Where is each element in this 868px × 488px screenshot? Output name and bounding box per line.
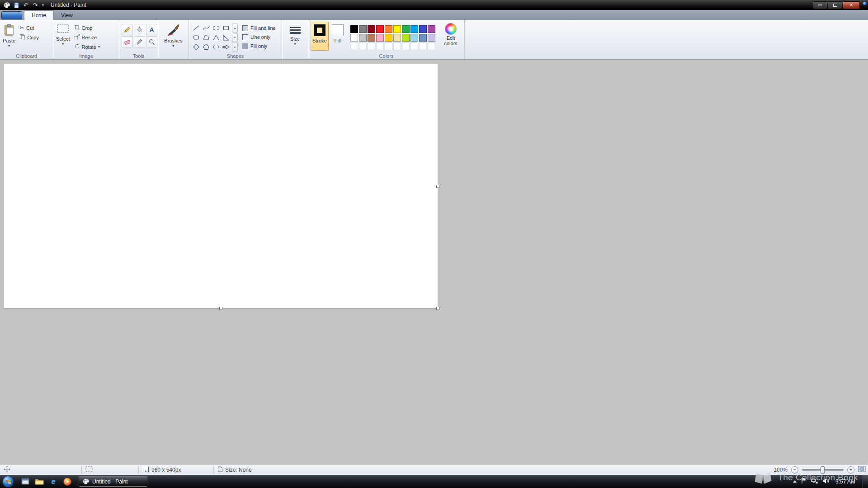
tab-home[interactable]: Home xyxy=(24,10,54,20)
fill-color-button[interactable]: Fill xyxy=(329,22,347,51)
volume-icon[interactable] xyxy=(822,478,829,485)
qat-dropdown-icon[interactable]: ▾ xyxy=(41,1,45,9)
palette-color[interactable] xyxy=(428,34,435,42)
resize-button[interactable]: Resize xyxy=(72,33,102,42)
canvas-resize-handle-corner[interactable] xyxy=(436,307,439,310)
fill-and-line-button[interactable]: Fill and line xyxy=(242,24,276,32)
shape-curve[interactable] xyxy=(201,23,211,33)
shape-right-triangle[interactable] xyxy=(221,33,231,42)
shape-polygon[interactable] xyxy=(201,33,211,42)
palette-color[interactable] xyxy=(350,25,358,33)
zoom-slider[interactable] xyxy=(802,469,844,471)
fill-only-button[interactable]: Fill only xyxy=(242,42,276,50)
palette-color[interactable] xyxy=(410,25,418,33)
save-icon[interactable] xyxy=(12,1,20,9)
show-desktop-button[interactable] xyxy=(863,475,868,488)
maximize-button[interactable] xyxy=(828,1,842,9)
palette-color[interactable] xyxy=(402,25,410,33)
shapes-more-icon[interactable]: ▾ xyxy=(232,42,238,52)
palette-color[interactable] xyxy=(350,34,358,42)
size-button[interactable]: Size ▾ xyxy=(289,22,302,52)
brushes-button[interactable]: Brushes ▾ xyxy=(164,22,183,52)
stroke-color-button[interactable]: Stroke xyxy=(311,22,329,51)
palette-color[interactable] xyxy=(393,34,401,42)
shape-triangle[interactable] xyxy=(211,33,221,42)
quicklaunch-media-player-icon[interactable] xyxy=(62,477,72,487)
application-menu-button[interactable] xyxy=(1,11,22,19)
shapes-scroll-up-icon[interactable]: ▴ xyxy=(232,23,238,33)
zoom-out-button[interactable]: − xyxy=(791,466,798,474)
palette-color[interactable] xyxy=(376,34,384,42)
zoom-in-button[interactable]: + xyxy=(847,466,854,474)
cut-button[interactable]: ✂ Cut xyxy=(18,23,41,32)
tab-view[interactable]: View xyxy=(54,11,80,20)
palette-empty-slot[interactable] xyxy=(428,42,435,50)
shape-pentagon[interactable] xyxy=(201,42,211,52)
palette-color[interactable] xyxy=(410,34,418,42)
palette-color[interactable] xyxy=(376,25,384,33)
shape-rounded-rectangle[interactable] xyxy=(191,33,201,42)
quicklaunch-folder-icon[interactable] xyxy=(34,477,44,487)
fill-tool-button[interactable] xyxy=(134,24,145,35)
palette-empty-slot[interactable] xyxy=(410,42,418,50)
color-picker-tool-button[interactable] xyxy=(134,36,145,47)
palette-color[interactable] xyxy=(428,25,435,33)
start-button[interactable] xyxy=(2,476,14,488)
palette-color[interactable] xyxy=(385,25,392,33)
taskbar-clock[interactable]: 9:57 AM xyxy=(835,479,855,485)
shape-hexagon[interactable] xyxy=(211,42,221,52)
palette-color[interactable] xyxy=(419,34,427,42)
shape-rectangle[interactable] xyxy=(221,23,231,33)
select-button[interactable]: Select ▾ xyxy=(56,22,71,52)
palette-empty-slot[interactable] xyxy=(368,42,375,50)
crop-button[interactable]: Crop xyxy=(72,23,102,32)
minimize-button[interactable] xyxy=(813,1,827,9)
palette-empty-slot[interactable] xyxy=(419,42,427,50)
edit-colors-button[interactable]: Edit colors xyxy=(439,22,462,52)
taskbar-task-button-paint[interactable]: Untitled - Paint xyxy=(79,476,147,487)
shape-right-arrow[interactable] xyxy=(221,42,231,52)
network-icon[interactable] xyxy=(811,478,818,485)
shape-line[interactable] xyxy=(191,23,201,33)
palette-empty-slot[interactable] xyxy=(359,42,367,50)
palette-color[interactable] xyxy=(385,34,392,42)
magnifier-tool-button[interactable] xyxy=(146,36,157,47)
shape-diamond[interactable] xyxy=(191,42,201,52)
rotate-button[interactable]: Rotate ▾ xyxy=(72,42,102,51)
palette-color[interactable] xyxy=(359,34,367,42)
palette-color[interactable] xyxy=(359,25,367,33)
shape-oval[interactable] xyxy=(211,23,221,33)
help-icon[interactable] xyxy=(863,1,867,5)
text-tool-button[interactable]: A xyxy=(146,24,157,35)
canvas-resize-handle-bottom[interactable] xyxy=(219,307,222,310)
palette-empty-slot[interactable] xyxy=(393,42,401,50)
tray-expand-icon[interactable] xyxy=(793,480,797,483)
canvas[interactable] xyxy=(4,64,438,308)
quicklaunch-internet-explorer-icon[interactable]: e xyxy=(48,477,58,487)
palette-empty-slot[interactable] xyxy=(350,42,358,50)
shapes-scroll-down-icon[interactable]: ▾ xyxy=(232,33,238,42)
eraser-tool-button[interactable] xyxy=(122,36,133,47)
palette-color[interactable] xyxy=(393,25,401,33)
paste-button[interactable]: Paste ▾ xyxy=(2,22,16,52)
pencil-tool-button[interactable] xyxy=(122,24,133,35)
zoom-slider-thumb[interactable] xyxy=(821,466,825,474)
fit-to-window-icon[interactable] xyxy=(858,466,866,474)
action-center-icon[interactable] xyxy=(801,478,807,485)
redo-icon[interactable]: ↷ xyxy=(31,1,39,9)
palette-color[interactable] xyxy=(368,34,375,42)
palette-empty-slot[interactable] xyxy=(385,42,392,50)
line-only-button[interactable]: Line only xyxy=(242,33,276,41)
palette-color[interactable] xyxy=(368,25,375,33)
palette-empty-slot[interactable] xyxy=(376,42,384,50)
copy-button[interactable]: Copy xyxy=(18,33,41,42)
canvas-resize-handle-right[interactable] xyxy=(436,185,439,188)
palette-color[interactable] xyxy=(402,34,410,42)
palette-empty-slot[interactable] xyxy=(402,42,410,50)
quicklaunch-program-icon[interactable] xyxy=(20,477,30,487)
paint-app-icon[interactable] xyxy=(3,1,11,9)
cut-icon: ✂ xyxy=(19,24,24,31)
palette-color[interactable] xyxy=(419,25,427,33)
undo-icon[interactable]: ↶ xyxy=(22,1,30,9)
close-button[interactable]: × xyxy=(843,1,860,9)
